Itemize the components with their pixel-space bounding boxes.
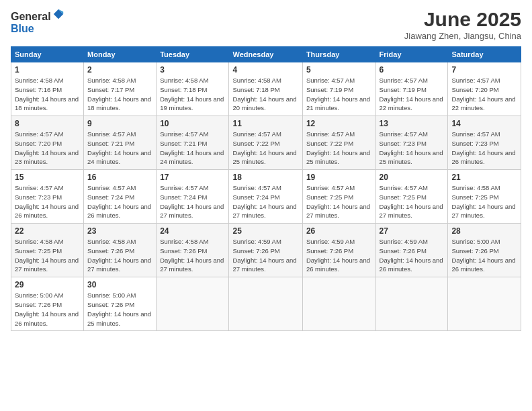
- day-info: Sunrise: 4:57 AMSunset: 7:21 PMDaylight:…: [87, 130, 152, 167]
- location: Jiawang Zhen, Jiangsu, China: [404, 31, 521, 41]
- table-row: 11Sunrise: 4:57 AMSunset: 7:22 PMDayligh…: [229, 116, 302, 170]
- table-row: 7Sunrise: 4:57 AMSunset: 7:20 PMDaylight…: [448, 62, 521, 116]
- title-block: June 2025 Jiawang Zhen, Jiangsu, China: [404, 8, 521, 41]
- calendar-week-row: 8Sunrise: 4:57 AMSunset: 7:20 PMDaylight…: [11, 116, 521, 170]
- day-info: Sunrise: 5:00 AMSunset: 7:26 PMDaylight:…: [87, 291, 152, 328]
- table-row: 2Sunrise: 4:58 AMSunset: 7:17 PMDaylight…: [84, 62, 157, 116]
- day-number: 28: [451, 226, 517, 236]
- day-info: Sunrise: 4:57 AMSunset: 7:22 PMDaylight:…: [232, 130, 298, 167]
- logo-icon: [52, 8, 64, 20]
- day-info: Sunrise: 4:58 AMSunset: 7:16 PMDaylight:…: [15, 76, 80, 113]
- table-row: [302, 277, 375, 331]
- day-info: Sunrise: 4:57 AMSunset: 7:23 PMDaylight:…: [451, 130, 517, 167]
- calendar-week-row: 29Sunrise: 5:00 AMSunset: 7:26 PMDayligh…: [11, 277, 521, 331]
- day-number: 23: [87, 226, 152, 236]
- calendar-table: Sunday Monday Tuesday Wednesday Thursday…: [11, 46, 521, 331]
- col-friday: Friday: [375, 47, 448, 62]
- table-row: 19Sunrise: 4:57 AMSunset: 7:25 PMDayligh…: [302, 170, 375, 224]
- table-row: 6Sunrise: 4:57 AMSunset: 7:19 PMDaylight…: [375, 62, 448, 116]
- day-number: 1: [15, 65, 80, 75]
- day-number: 26: [306, 226, 372, 236]
- table-row: 26Sunrise: 4:59 AMSunset: 7:26 PMDayligh…: [302, 224, 375, 277]
- day-info: Sunrise: 4:59 AMSunset: 7:26 PMDaylight:…: [380, 237, 445, 274]
- calendar-week-row: 1Sunrise: 4:58 AMSunset: 7:16 PMDaylight…: [11, 62, 521, 116]
- day-number: 15: [15, 173, 80, 182]
- day-number: 30: [87, 280, 152, 289]
- svg-marker-0: [53, 9, 62, 19]
- month-title: June 2025: [404, 8, 521, 31]
- day-info: Sunrise: 5:00 AMSunset: 7:26 PMDaylight:…: [451, 237, 517, 274]
- calendar-week-row: 15Sunrise: 4:57 AMSunset: 7:23 PMDayligh…: [11, 170, 521, 224]
- table-row: 10Sunrise: 4:57 AMSunset: 7:21 PMDayligh…: [157, 116, 229, 170]
- table-row: 24Sunrise: 4:58 AMSunset: 7:26 PMDayligh…: [157, 224, 229, 277]
- day-number: 20: [380, 173, 445, 182]
- logo-general: General: [11, 11, 51, 22]
- calendar-header-row: Sunday Monday Tuesday Wednesday Thursday…: [11, 47, 521, 62]
- day-number: 2: [87, 65, 152, 75]
- day-number: 21: [451, 173, 517, 182]
- table-row: 22Sunrise: 4:58 AMSunset: 7:25 PMDayligh…: [11, 224, 84, 277]
- day-info: Sunrise: 4:58 AMSunset: 7:17 PMDaylight:…: [87, 76, 152, 113]
- table-row: [448, 277, 521, 331]
- day-info: Sunrise: 4:58 AMSunset: 7:25 PMDaylight:…: [451, 183, 517, 220]
- page: General Blue June 2025 Jiawang Zhen, Jia…: [0, 0, 532, 411]
- logo-block: General Blue: [11, 8, 64, 35]
- table-row: 5Sunrise: 4:57 AMSunset: 7:19 PMDaylight…: [302, 62, 375, 116]
- day-info: Sunrise: 4:57 AMSunset: 7:20 PMDaylight:…: [451, 76, 517, 113]
- calendar-week-row: 22Sunrise: 4:58 AMSunset: 7:25 PMDayligh…: [11, 224, 521, 277]
- day-number: 10: [160, 119, 225, 128]
- day-info: Sunrise: 4:57 AMSunset: 7:19 PMDaylight:…: [380, 76, 445, 113]
- day-info: Sunrise: 4:57 AMSunset: 7:24 PMDaylight:…: [160, 183, 225, 220]
- day-number: 6: [380, 65, 445, 75]
- day-number: 22: [15, 226, 80, 236]
- day-info: Sunrise: 5:00 AMSunset: 7:26 PMDaylight:…: [15, 291, 80, 328]
- table-row: 12Sunrise: 4:57 AMSunset: 7:22 PMDayligh…: [302, 116, 375, 170]
- logo: General Blue: [11, 8, 64, 35]
- day-number: 9: [87, 119, 152, 128]
- day-info: Sunrise: 4:57 AMSunset: 7:20 PMDaylight:…: [15, 130, 80, 167]
- day-info: Sunrise: 4:57 AMSunset: 7:25 PMDaylight:…: [306, 183, 372, 220]
- day-info: Sunrise: 4:58 AMSunset: 7:26 PMDaylight:…: [160, 237, 225, 274]
- table-row: 9Sunrise: 4:57 AMSunset: 7:21 PMDaylight…: [84, 116, 157, 170]
- table-row: [229, 277, 302, 331]
- day-number: 7: [451, 65, 517, 75]
- table-row: 13Sunrise: 4:57 AMSunset: 7:23 PMDayligh…: [375, 116, 448, 170]
- day-info: Sunrise: 4:59 AMSunset: 7:26 PMDaylight:…: [306, 237, 372, 274]
- day-number: 5: [306, 65, 372, 75]
- day-info: Sunrise: 4:58 AMSunset: 7:26 PMDaylight:…: [87, 237, 152, 274]
- col-sunday: Sunday: [11, 47, 84, 62]
- day-info: Sunrise: 4:57 AMSunset: 7:23 PMDaylight:…: [15, 183, 80, 220]
- table-row: 23Sunrise: 4:58 AMSunset: 7:26 PMDayligh…: [84, 224, 157, 277]
- table-row: 3Sunrise: 4:58 AMSunset: 7:18 PMDaylight…: [157, 62, 229, 116]
- col-wednesday: Wednesday: [229, 47, 302, 62]
- day-number: 14: [451, 119, 517, 128]
- day-number: 18: [232, 173, 298, 182]
- col-tuesday: Tuesday: [157, 47, 229, 62]
- logo-blue: Blue: [11, 23, 34, 34]
- day-info: Sunrise: 4:57 AMSunset: 7:22 PMDaylight:…: [306, 130, 372, 167]
- day-info: Sunrise: 4:57 AMSunset: 7:19 PMDaylight:…: [306, 76, 372, 113]
- day-info: Sunrise: 4:58 AMSunset: 7:18 PMDaylight:…: [160, 76, 225, 113]
- table-row: 25Sunrise: 4:59 AMSunset: 7:26 PMDayligh…: [229, 224, 302, 277]
- day-info: Sunrise: 4:58 AMSunset: 7:25 PMDaylight:…: [15, 237, 80, 274]
- table-row: 17Sunrise: 4:57 AMSunset: 7:24 PMDayligh…: [157, 170, 229, 224]
- table-row: 30Sunrise: 5:00 AMSunset: 7:26 PMDayligh…: [84, 277, 157, 331]
- day-number: 24: [160, 226, 225, 236]
- day-number: 13: [380, 119, 445, 128]
- day-number: 19: [306, 173, 372, 182]
- table-row: 28Sunrise: 5:00 AMSunset: 7:26 PMDayligh…: [448, 224, 521, 277]
- col-monday: Monday: [84, 47, 157, 62]
- day-number: 4: [232, 65, 298, 75]
- table-row: 8Sunrise: 4:57 AMSunset: 7:20 PMDaylight…: [11, 116, 84, 170]
- table-row: [157, 277, 229, 331]
- table-row: 1Sunrise: 4:58 AMSunset: 7:16 PMDaylight…: [11, 62, 84, 116]
- table-row: 29Sunrise: 5:00 AMSunset: 7:26 PMDayligh…: [11, 277, 84, 331]
- table-row: 16Sunrise: 4:57 AMSunset: 7:24 PMDayligh…: [84, 170, 157, 224]
- day-number: 29: [15, 280, 80, 289]
- table-row: 18Sunrise: 4:57 AMSunset: 7:24 PMDayligh…: [229, 170, 302, 224]
- table-row: 14Sunrise: 4:57 AMSunset: 7:23 PMDayligh…: [448, 116, 521, 170]
- table-row: [375, 277, 448, 331]
- day-info: Sunrise: 4:59 AMSunset: 7:26 PMDaylight:…: [232, 237, 298, 274]
- day-info: Sunrise: 4:57 AMSunset: 7:23 PMDaylight:…: [380, 130, 445, 167]
- col-saturday: Saturday: [448, 47, 521, 62]
